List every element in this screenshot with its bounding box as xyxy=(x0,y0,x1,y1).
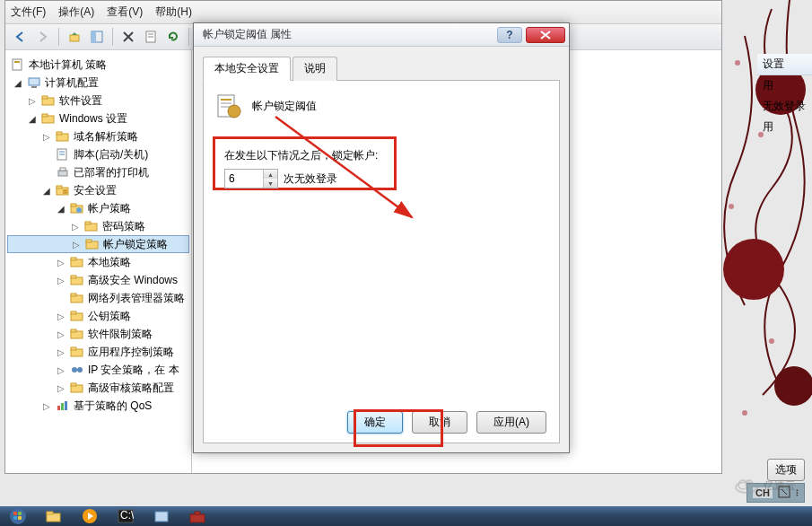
tree-network-list[interactable]: 网络列表管理器策略 xyxy=(7,289,189,307)
svg-rect-24 xyxy=(42,114,48,117)
dialog-help-button[interactable]: ? xyxy=(497,27,522,43)
up-button[interactable] xyxy=(65,27,84,47)
tree-account-policies[interactable]: ◢帐户策略 xyxy=(7,199,189,217)
tree-local-policies[interactable]: ▷本地策略 xyxy=(7,253,189,271)
svg-point-66 xyxy=(228,105,240,118)
start-button[interactable] xyxy=(0,506,36,526)
tab-local-security[interactable]: 本地安全设置 xyxy=(203,57,291,81)
svg-rect-76 xyxy=(13,516,17,520)
tree-computer-config[interactable]: ◢计算机配置 xyxy=(7,74,189,92)
tree-deployed-printers[interactable]: 已部署的打印机 xyxy=(7,163,189,181)
taskbar-explorer[interactable] xyxy=(36,506,72,526)
cancel-button[interactable]: 取消 xyxy=(412,411,467,434)
lockout-threshold-input[interactable] xyxy=(225,170,263,188)
column-header[interactable]: 设置 xyxy=(757,54,812,75)
tab-explain[interactable]: 说明 xyxy=(292,57,337,81)
folder-icon xyxy=(41,93,56,108)
svg-rect-51 xyxy=(71,329,76,332)
svg-point-2 xyxy=(774,366,812,406)
properties-button[interactable] xyxy=(141,27,161,47)
svg-rect-74 xyxy=(13,512,17,515)
dialog-tabs: 本地安全设置 说明 xyxy=(203,56,560,81)
cloud-icon xyxy=(735,478,758,494)
column-item[interactable]: 用 xyxy=(757,117,812,137)
ime-menu-icon[interactable]: ፧ xyxy=(796,487,799,499)
expand-icon: ▷ xyxy=(56,276,66,285)
tree-public-key[interactable]: ▷公钥策略 xyxy=(7,307,189,325)
ip-security-icon xyxy=(70,363,84,377)
tree-software-restriction[interactable]: ▷软件限制策略 xyxy=(7,325,189,343)
folder-icon xyxy=(70,381,84,395)
svg-rect-34 xyxy=(63,189,67,194)
taskbar-app[interactable] xyxy=(144,506,179,526)
svg-rect-41 xyxy=(86,240,92,242)
taskbar-toolbox[interactable] xyxy=(179,506,215,526)
svg-rect-26 xyxy=(57,132,62,135)
folder-icon xyxy=(70,291,84,305)
folder-icon xyxy=(56,129,70,144)
tree-label: 密码策略 xyxy=(102,219,145,234)
dialog-title-bar[interactable]: 帐户锁定阈值 属性 ? xyxy=(194,23,569,47)
taskbar-media-player[interactable] xyxy=(72,506,108,526)
tree-advanced-audit[interactable]: ▷高级审核策略配置 xyxy=(7,379,189,397)
tree-label: 软件限制策略 xyxy=(88,327,153,342)
menu-help[interactable]: 帮助(H) xyxy=(155,4,192,20)
menu-view[interactable]: 查看(V) xyxy=(107,4,143,20)
column-item[interactable]: 无效登录 xyxy=(757,96,812,117)
tree-label: 高级审核策略配置 xyxy=(88,381,174,396)
tree-qos[interactable]: ▷基于策略的 QoS xyxy=(7,397,189,415)
folder-icon xyxy=(70,273,84,287)
toolbar-separator xyxy=(188,28,189,46)
spinner-up-icon[interactable]: ▲ xyxy=(264,170,277,179)
apply-button[interactable]: 应用(A) xyxy=(476,411,546,434)
lockout-unit: 次无效登录 xyxy=(284,171,337,187)
svg-rect-60 xyxy=(61,403,64,410)
tree-windows-settings[interactable]: ◢Windows 设置 xyxy=(7,110,189,127)
tree-root[interactable]: 本地计算机 策略 xyxy=(7,56,189,74)
menu-file[interactable]: 文件(F) xyxy=(11,4,46,20)
expand-icon: ▷ xyxy=(71,240,82,250)
refresh-button[interactable] xyxy=(163,27,183,47)
tree-label: 高级安全 Windows xyxy=(88,273,178,288)
tree-security-settings[interactable]: ◢安全设置 xyxy=(7,181,189,199)
lockout-prompt: 在发生以下情况之后，锁定帐户: xyxy=(224,148,385,163)
svg-rect-83 xyxy=(155,512,168,522)
show-hide-tree-button[interactable] xyxy=(87,27,107,47)
svg-rect-31 xyxy=(60,168,65,171)
tree-advanced-firewall[interactable]: ▷高级安全 Windows xyxy=(7,271,189,289)
forward-button[interactable] xyxy=(33,27,53,47)
tree-label: 计算机配置 xyxy=(45,75,99,91)
taskbar-cmd[interactable]: C:\ xyxy=(108,506,144,526)
expand-icon: ▷ xyxy=(70,222,81,232)
expand-icon: ▷ xyxy=(56,329,66,339)
svg-rect-17 xyxy=(13,59,22,70)
ok-button[interactable]: 确定 xyxy=(347,411,403,434)
back-button[interactable] xyxy=(11,27,31,47)
tree-label: 本地计算机 策略 xyxy=(29,57,107,73)
tree-label: 帐户锁定策略 xyxy=(103,237,168,252)
expand-icon: ▷ xyxy=(56,383,66,393)
delete-button[interactable] xyxy=(118,27,138,47)
tree-password-policy[interactable]: ▷密码策略 xyxy=(7,217,189,235)
tree-software-settings[interactable]: ▷软件设置 xyxy=(7,92,189,110)
svg-point-3 xyxy=(735,60,740,66)
folder-icon xyxy=(70,201,84,215)
tree-lockout-policy[interactable]: ▷帐户锁定策略 xyxy=(7,235,189,253)
tree-app-control[interactable]: ▷应用程序控制策略 xyxy=(7,343,189,361)
policy-large-icon xyxy=(214,92,243,120)
folder-icon xyxy=(70,345,84,359)
svg-point-37 xyxy=(76,207,82,213)
folder-icon xyxy=(41,111,56,126)
spinner-down-icon[interactable]: ▼ xyxy=(264,179,277,188)
menu-action[interactable]: 操作(A) xyxy=(58,4,94,20)
dialog-close-button[interactable] xyxy=(526,27,565,43)
watermark: 亿速云 xyxy=(735,478,796,494)
taskbar: C:\ xyxy=(0,506,812,526)
expand-icon: ▷ xyxy=(56,347,66,357)
tree-label: 应用程序控制策略 xyxy=(88,345,174,360)
tree-scripts[interactable]: 脚本(启动/关机) xyxy=(7,145,189,163)
tree-ip-security[interactable]: ▷IP 安全策略，在 本 xyxy=(7,361,189,379)
tree-name-resolution[interactable]: ▷域名解析策略 xyxy=(7,127,189,145)
column-item[interactable]: 用 xyxy=(757,75,812,96)
lockout-threshold-spinner[interactable]: ▲▼ xyxy=(224,169,278,188)
